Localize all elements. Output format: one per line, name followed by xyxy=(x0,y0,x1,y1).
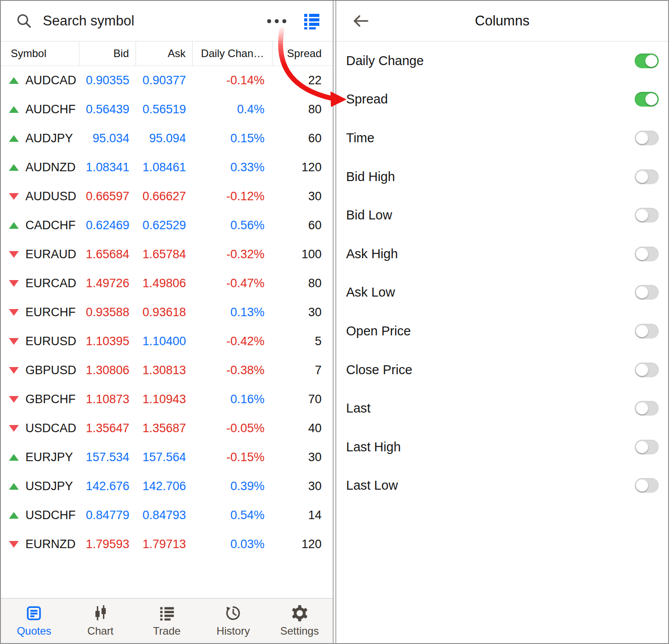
quote-row-gbpchf[interactable]: GBPCHF1.108731.109430.16%70 xyxy=(1,385,333,414)
column-option-daily-change[interactable]: Daily Change xyxy=(336,41,668,80)
trend-up-icon xyxy=(9,222,19,229)
quote-row-eurjpy[interactable]: EURJPY157.534157.564-0.15%30 xyxy=(1,443,333,472)
spread-value: 60 xyxy=(273,132,333,145)
symbol-name: USDCHF xyxy=(25,508,76,522)
toggle-knob xyxy=(636,209,648,221)
bid-value: 0.84779 xyxy=(79,508,136,522)
option-label: Last Low xyxy=(346,478,398,493)
toggle-open-price[interactable] xyxy=(635,324,659,339)
trend-up-icon xyxy=(9,164,19,171)
column-option-last-low[interactable]: Last Low xyxy=(336,466,668,505)
daily-change-value: 0.16% xyxy=(193,392,273,406)
quote-row-audnzd[interactable]: AUDNZD1.083411.084610.33%120 xyxy=(1,153,333,182)
spread-value: 30 xyxy=(273,190,333,203)
symbol-name: GBPUSD xyxy=(25,363,76,377)
quote-row-eurcad[interactable]: EURCAD1.497261.49806-0.47%80 xyxy=(1,269,333,298)
trade-icon xyxy=(158,604,175,622)
trend-down-icon xyxy=(9,425,19,432)
nav-label: History xyxy=(216,625,250,637)
symbol-name: EURCHF xyxy=(25,305,76,319)
daily-change-value: 0.13% xyxy=(193,305,273,319)
search-placeholder: Search symbol xyxy=(43,13,134,29)
spread-value: 40 xyxy=(273,421,333,435)
column-option-time[interactable]: Time xyxy=(336,119,668,157)
toggle-knob xyxy=(636,286,648,298)
toggle-bid-low[interactable] xyxy=(635,208,659,223)
toggle-close-price[interactable] xyxy=(635,363,659,377)
column-option-open-price[interactable]: Open Price xyxy=(336,312,668,351)
spread-value: 14 xyxy=(273,508,333,522)
trend-up-icon xyxy=(9,483,19,490)
bid-value: 1.35647 xyxy=(79,421,136,435)
search-input[interactable]: Search symbol xyxy=(1,1,263,41)
column-option-bid-high[interactable]: Bid High xyxy=(336,157,668,196)
quote-row-audusd[interactable]: AUDUSD0.665970.66627-0.12%30 xyxy=(1,182,333,211)
ask-value: 1.49806 xyxy=(136,277,193,290)
column-option-ask-low[interactable]: Ask Low xyxy=(336,273,668,312)
symbol-name: EURAUD xyxy=(25,248,76,261)
quote-row-eurchf[interactable]: EURCHF0.935880.936180.13%30 xyxy=(1,298,333,327)
quote-row-cadchf[interactable]: CADCHF0.624690.625290.56%60 xyxy=(1,211,333,240)
toggle-bid-high[interactable] xyxy=(635,169,659,184)
quote-row-usdchf[interactable]: USDCHF0.847790.847930.54%14 xyxy=(1,501,333,530)
nav-item-settings[interactable]: Settings xyxy=(266,599,333,643)
symbol-name: AUDCHF xyxy=(25,103,76,116)
quote-row-gbpusd[interactable]: GBPUSD1.308061.30813-0.38%7 xyxy=(1,356,333,385)
spread-value: 120 xyxy=(273,161,333,174)
column-option-last-high[interactable]: Last High xyxy=(336,428,668,466)
ask-value: 0.66627 xyxy=(136,190,193,203)
quote-row-usdcad[interactable]: USDCAD1.356471.35687-0.05%40 xyxy=(1,414,333,443)
quote-row-eurnzd[interactable]: EURNZD1.795931.797130.03%120 xyxy=(1,530,333,559)
nav-item-trade[interactable]: Trade xyxy=(134,599,200,643)
spread-value: 100 xyxy=(273,248,333,261)
toggle-spread[interactable] xyxy=(635,92,659,107)
option-label: Close Price xyxy=(346,363,412,377)
column-option-close-price[interactable]: Close Price xyxy=(336,351,668,389)
ask-value: 1.65784 xyxy=(136,248,193,261)
option-label: Time xyxy=(346,131,374,145)
column-option-bid-low[interactable]: Bid Low xyxy=(336,196,668,235)
spread-value: 70 xyxy=(273,392,333,406)
toggle-last[interactable] xyxy=(635,401,659,416)
option-label: Bid Low xyxy=(346,208,392,223)
quote-row-eurusd[interactable]: EURUSD1.103951.10400-0.42%5 xyxy=(1,327,333,356)
column-option-last[interactable]: Last xyxy=(336,389,668,428)
daily-change-value: 0.03% xyxy=(193,537,273,551)
nav-item-history[interactable]: History xyxy=(200,599,266,643)
spread-value: 7 xyxy=(273,363,333,377)
list-view-icon[interactable] xyxy=(302,11,321,31)
ask-value: 142.706 xyxy=(136,479,193,493)
columns-header: Columns xyxy=(336,1,668,41)
daily-change-value: 0.33% xyxy=(193,161,273,174)
bid-value: 95.034 xyxy=(79,132,136,145)
trend-down-icon xyxy=(9,251,19,258)
column-option-spread[interactable]: Spread xyxy=(336,80,668,119)
ask-value: 95.094 xyxy=(136,132,193,145)
toggle-ask-low[interactable] xyxy=(635,285,659,300)
quote-row-audchf[interactable]: AUDCHF0.564390.565190.4%80 xyxy=(1,95,333,124)
daily-change-value: -0.47% xyxy=(193,277,273,290)
toggle-knob xyxy=(636,364,648,376)
daily-change-value: -0.38% xyxy=(193,363,273,377)
column-header-spread: Spread xyxy=(273,41,333,66)
quote-row-audcad[interactable]: AUDCAD0.903550.90377-0.14%22 xyxy=(1,66,333,95)
nav-item-quotes[interactable]: Quotes xyxy=(1,599,67,643)
quote-row-euraud[interactable]: EURAUD1.656841.65784-0.32%100 xyxy=(1,240,333,269)
dot xyxy=(282,19,286,23)
column-option-ask-high[interactable]: Ask High xyxy=(336,235,668,273)
toggle-time[interactable] xyxy=(635,131,659,145)
bid-value: 1.49726 xyxy=(79,277,136,290)
column-header-bid: Bid xyxy=(79,41,136,66)
toggle-daily-change[interactable] xyxy=(635,54,659,68)
back-arrow-icon[interactable] xyxy=(351,1,369,41)
toggle-ask-high[interactable] xyxy=(635,247,659,261)
quote-row-audjpy[interactable]: AUDJPY95.03495.0940.15%60 xyxy=(1,124,333,153)
bid-value: 0.90355 xyxy=(79,74,136,87)
more-options-icon[interactable] xyxy=(263,15,291,28)
toggle-last-low[interactable] xyxy=(635,478,659,493)
toggle-last-high[interactable] xyxy=(635,440,659,454)
quote-row-usdjpy[interactable]: USDJPY142.676142.7060.39%30 xyxy=(1,472,333,501)
daily-change-value: -0.05% xyxy=(193,421,273,435)
nav-item-chart[interactable]: Chart xyxy=(67,599,134,643)
toggle-knob xyxy=(636,441,648,453)
